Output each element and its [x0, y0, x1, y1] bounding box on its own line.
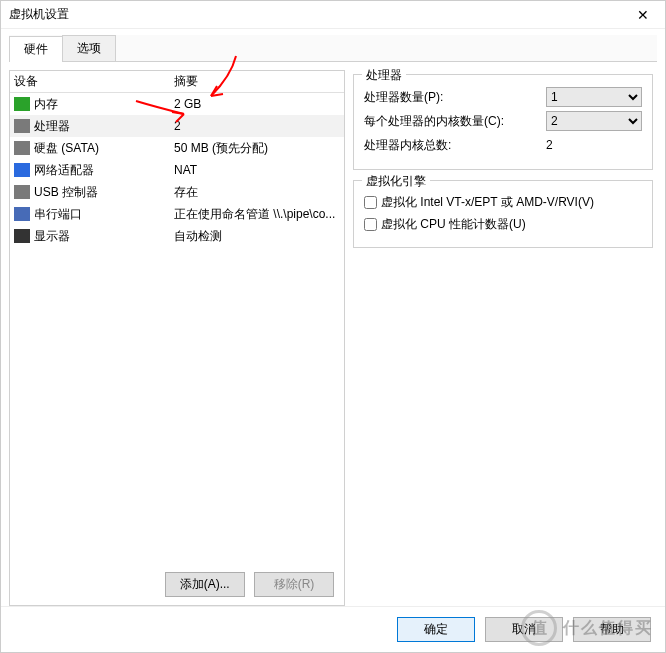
tab-hardware[interactable]: 硬件 — [9, 36, 63, 62]
proc-count-select[interactable]: 1 — [546, 87, 642, 107]
processor-group: 处理器 处理器数量(P): 1 每个处理器的内核数量(C): 2 处理器内核总数… — [353, 74, 653, 170]
device-summary: 自动检测 — [174, 228, 344, 245]
titlebar: 虚拟机设置 ✕ — [1, 1, 665, 29]
list-item[interactable]: 内存2 GB — [10, 93, 344, 115]
virtualization-group: 虚拟化引擎 虚拟化 Intel VT-x/EPT 或 AMD-V/RVI(V) … — [353, 180, 653, 248]
cores-select[interactable]: 2 — [546, 111, 642, 131]
virtualization-group-title: 虚拟化引擎 — [362, 173, 430, 190]
device-name: 内存 — [34, 96, 58, 113]
cores-label: 每个处理器的内核数量(C): — [364, 113, 546, 130]
device-name: 显示器 — [34, 228, 70, 245]
device-name: USB 控制器 — [34, 184, 98, 201]
header-summary: 摘要 — [174, 73, 344, 90]
total-cores-value: 2 — [546, 138, 642, 152]
device-icon — [14, 163, 30, 177]
device-name: 网络适配器 — [34, 162, 94, 179]
list-item[interactable]: USB 控制器存在 — [10, 181, 344, 203]
device-icon — [14, 141, 30, 155]
cpu-counter-label: 虚拟化 CPU 性能计数器(U) — [381, 216, 526, 233]
device-icon — [14, 207, 30, 221]
proc-count-label: 处理器数量(P): — [364, 89, 546, 106]
cpu-counter-checkbox-row[interactable]: 虚拟化 CPU 性能计数器(U) — [364, 213, 642, 235]
device-list-pane: 设备 摘要 内存2 GB处理器2硬盘 (SATA)50 MB (预先分配)网络适… — [9, 70, 345, 606]
list-item[interactable]: 硬盘 (SATA)50 MB (预先分配) — [10, 137, 344, 159]
window-title: 虚拟机设置 — [9, 6, 69, 23]
processor-group-title: 处理器 — [362, 67, 406, 84]
help-button[interactable]: 帮助 — [573, 617, 651, 642]
settings-pane: 处理器 处理器数量(P): 1 每个处理器的内核数量(C): 2 处理器内核总数… — [353, 70, 657, 606]
device-summary: 2 — [174, 119, 344, 133]
vtx-label: 虚拟化 Intel VT-x/EPT 或 AMD-V/RVI(V) — [381, 194, 594, 211]
device-icon — [14, 185, 30, 199]
vm-settings-window: 虚拟机设置 ✕ 硬件 选项 设备 摘要 内存2 GB处理器2硬盘 (SATA)5… — [0, 0, 666, 653]
device-icon — [14, 229, 30, 243]
remove-button[interactable]: 移除(R) — [254, 572, 334, 597]
header-device: 设备 — [14, 73, 174, 90]
device-summary: 正在使用命名管道 \\.\pipe\co... — [174, 206, 344, 223]
device-name: 串行端口 — [34, 206, 82, 223]
device-summary: NAT — [174, 163, 344, 177]
tab-bar: 硬件 选项 — [9, 35, 657, 62]
device-list-header: 设备 摘要 — [10, 71, 344, 93]
vtx-checkbox-row[interactable]: 虚拟化 Intel VT-x/EPT 或 AMD-V/RVI(V) — [364, 191, 642, 213]
device-icon — [14, 97, 30, 111]
device-buttons: 添加(A)... 移除(R) — [10, 564, 344, 605]
device-name: 处理器 — [34, 118, 70, 135]
cpu-counter-checkbox[interactable] — [364, 218, 377, 231]
device-icon — [14, 119, 30, 133]
vtx-checkbox[interactable] — [364, 196, 377, 209]
device-summary: 2 GB — [174, 97, 344, 111]
add-button[interactable]: 添加(A)... — [165, 572, 245, 597]
list-item[interactable]: 处理器2 — [10, 115, 344, 137]
ok-button[interactable]: 确定 — [397, 617, 475, 642]
cancel-button[interactable]: 取消 — [485, 617, 563, 642]
list-item[interactable]: 串行端口正在使用命名管道 \\.\pipe\co... — [10, 203, 344, 225]
list-item[interactable]: 网络适配器NAT — [10, 159, 344, 181]
close-icon[interactable]: ✕ — [629, 3, 657, 27]
device-name: 硬盘 (SATA) — [34, 140, 99, 157]
list-item[interactable]: 显示器自动检测 — [10, 225, 344, 247]
device-list: 内存2 GB处理器2硬盘 (SATA)50 MB (预先分配)网络适配器NATU… — [10, 93, 344, 564]
device-summary: 50 MB (预先分配) — [174, 140, 344, 157]
tab-options[interactable]: 选项 — [62, 35, 116, 61]
total-cores-label: 处理器内核总数: — [364, 137, 546, 154]
dialog-footer: 确定 取消 帮助 — [1, 606, 665, 652]
dialog-body: 设备 摘要 内存2 GB处理器2硬盘 (SATA)50 MB (预先分配)网络适… — [1, 62, 665, 606]
device-summary: 存在 — [174, 184, 344, 201]
